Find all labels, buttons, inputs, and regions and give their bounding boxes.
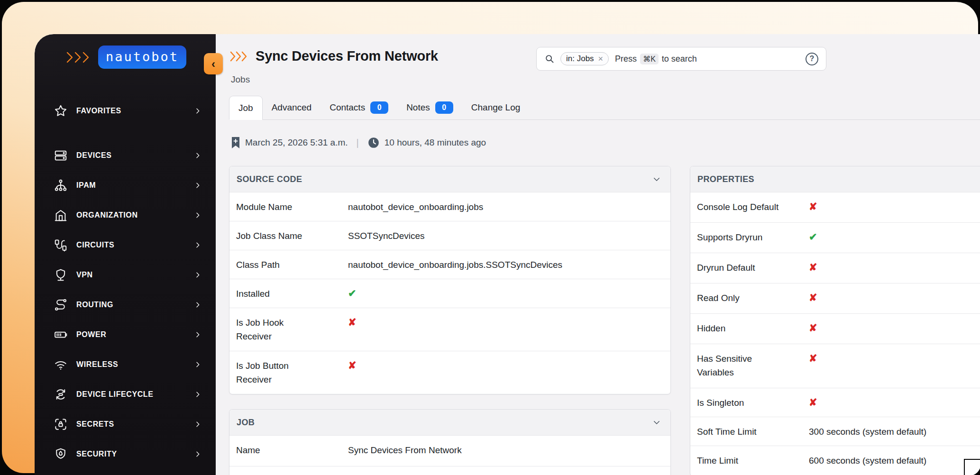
tab-notes[interactable]: Notes 0	[397, 96, 462, 119]
detail-tabs: Job Advanced Contacts 0 Notes 0 Change L…	[229, 96, 980, 120]
tab-advanced[interactable]: Advanced	[263, 96, 321, 119]
sidebar-item-label: VPN	[76, 271, 93, 279]
page-header: Sync Devices From Network	[230, 48, 438, 64]
sidebar-item-label: SECRETS	[76, 420, 114, 429]
sidebar-item-device-lifecycle[interactable]: DEVICE LIFECYCLE	[35, 379, 216, 409]
sidebar-item-organization[interactable]: ORGANIZATION	[35, 200, 216, 230]
properties-panel-header[interactable]: PROPERTIES	[690, 166, 980, 192]
row-label: Soft Time Limit	[697, 417, 809, 438]
sidebar-item-label: DEVICE LIFECYCLE	[76, 390, 154, 399]
sidebar-item-power[interactable]: POWER	[35, 320, 216, 349]
sidebar-item-ipam[interactable]: IPAM	[35, 170, 216, 200]
chevron-right-icon	[194, 361, 201, 368]
table-row: Supports Dryrun ✔	[690, 222, 980, 253]
chevron-right-icon	[194, 211, 201, 219]
row-value: ✘	[809, 314, 980, 335]
row-value: ✘	[809, 344, 980, 365]
row-label: Read Only	[697, 283, 809, 305]
sidebar-item-label: POWER	[76, 330, 106, 339]
sidebar-item-routing[interactable]: ROUTING	[35, 290, 216, 320]
tab-label: Job	[238, 103, 253, 113]
object-meta: March 25, 2026 5:31 a.m. | 10 hours, 48 …	[231, 137, 486, 149]
table-row: Time Limit 600 seconds (system default)	[690, 446, 980, 475]
row-label: Dryrun Default	[697, 253, 809, 274]
cable-icon	[54, 238, 68, 252]
sidebar-item-label: IPAM	[76, 181, 96, 190]
app-window: nautobot FAVORITES DEVICES	[35, 34, 980, 475]
tab-job[interactable]: Job	[229, 96, 263, 120]
help-icon[interactable]: ?	[806, 53, 818, 65]
row-value: ✘	[809, 253, 980, 274]
source-code-panel: SOURCE CODE Module Name nautobot_device_…	[229, 166, 671, 394]
lock-brackets-icon	[54, 417, 68, 431]
chevron-right-icon	[194, 391, 201, 398]
row-value: ✘	[348, 308, 664, 329]
row-value: nautobot_device_onboarding.jobs	[348, 192, 664, 214]
cross-icon: ✘	[348, 360, 357, 371]
logo-chevrons-icon	[66, 51, 92, 64]
chevron-down-icon	[652, 418, 661, 427]
table-row: Is Singleton ✘	[690, 388, 980, 417]
tab-label: Change Log	[471, 102, 521, 113]
cross-icon: ✘	[809, 353, 817, 364]
row-value: ✔	[809, 223, 980, 244]
row-value: ✘	[809, 192, 980, 214]
table-row: Module Name nautobot_device_onboarding.j…	[229, 192, 670, 221]
cross-icon: ✘	[809, 292, 817, 303]
sidebar-item-label: SECURITY	[76, 450, 117, 458]
sidebar-item-load-balancers[interactable]: LOAD BALANCERS	[35, 469, 216, 475]
row-label: Class Path	[236, 250, 348, 272]
search-chip-label: in: Jobs	[566, 54, 594, 64]
chevron-right-icon	[194, 107, 201, 115]
table-row: Dryrun Default ✘	[690, 253, 980, 283]
cross-icon: ✘	[809, 201, 817, 212]
shield-network-icon	[54, 268, 68, 282]
chip-close-icon[interactable]: ×	[598, 55, 604, 63]
tab-contacts[interactable]: Contacts 0	[321, 96, 397, 119]
search-filter-chip[interactable]: in: Jobs ×	[560, 52, 609, 65]
row-value: 600 seconds (system default)	[809, 446, 980, 467]
sidebar-item-devices[interactable]: DEVICES	[35, 140, 216, 170]
sidebar-item-favorites[interactable]: FAVORITES	[35, 96, 216, 126]
network-tree-icon	[54, 178, 68, 192]
sidebar-item-secrets[interactable]: SECRETS	[35, 409, 216, 439]
row-label: Hidden	[697, 314, 809, 335]
row-label: Is Job Hook Receiver	[236, 308, 348, 343]
row-label: Name	[236, 436, 348, 457]
refresh-device-icon	[54, 387, 68, 402]
notes-count-badge: 0	[435, 101, 453, 114]
row-value: ✘	[348, 351, 664, 373]
sidebar-item-label: CIRCUITS	[76, 241, 114, 249]
properties-panel: PROPERTIES Console Log Default ✘ Support…	[690, 166, 980, 475]
job-panel: JOB Name Sync Devices From Network	[229, 409, 671, 475]
nautobot-logo[interactable]: nautobot	[35, 34, 216, 69]
sidebar-item-security[interactable]: SECURITY	[35, 439, 216, 469]
screen: nautobot FAVORITES DEVICES	[0, 0, 980, 475]
chevron-right-icon	[194, 271, 201, 279]
tab-label: Contacts	[330, 102, 365, 113]
sidebar-item-label: DEVICES	[76, 151, 111, 160]
chevron-right-icon	[194, 182, 201, 189]
sidebar-item-circuits[interactable]: CIRCUITS	[35, 230, 216, 260]
updated-ago-text: 10 hours, 48 minutes ago	[385, 137, 486, 148]
tab-change-log[interactable]: Change Log	[462, 96, 530, 119]
shield-flame-icon	[54, 447, 68, 461]
sidebar-item-wireless[interactable]: WIRELESS	[35, 349, 216, 379]
sidebar-collapse-button[interactable]: ‹	[204, 53, 223, 74]
job-panel-header[interactable]: JOB	[229, 410, 670, 435]
table-row: Job Class Name SSOTSyncDevices	[229, 221, 670, 250]
global-search-input[interactable]: in: Jobs × Press ⌘K to search ?	[536, 47, 826, 71]
check-icon: ✔	[348, 288, 357, 299]
star-icon	[54, 104, 68, 118]
breadcrumb-jobs[interactable]: Jobs	[231, 74, 250, 85]
check-icon: ✔	[809, 231, 817, 242]
panel-title: SOURCE CODE	[237, 174, 302, 184]
table-row	[229, 466, 670, 475]
sidebar-item-vpn[interactable]: VPN	[35, 260, 216, 290]
table-row: Read Only ✘	[690, 283, 980, 313]
sidebar-item-label: ROUTING	[76, 301, 113, 309]
source-code-panel-header[interactable]: SOURCE CODE	[229, 166, 670, 192]
page-title: Sync Devices From Network	[256, 48, 438, 64]
search-icon	[544, 54, 555, 64]
search-hint-press: Press	[615, 54, 637, 64]
